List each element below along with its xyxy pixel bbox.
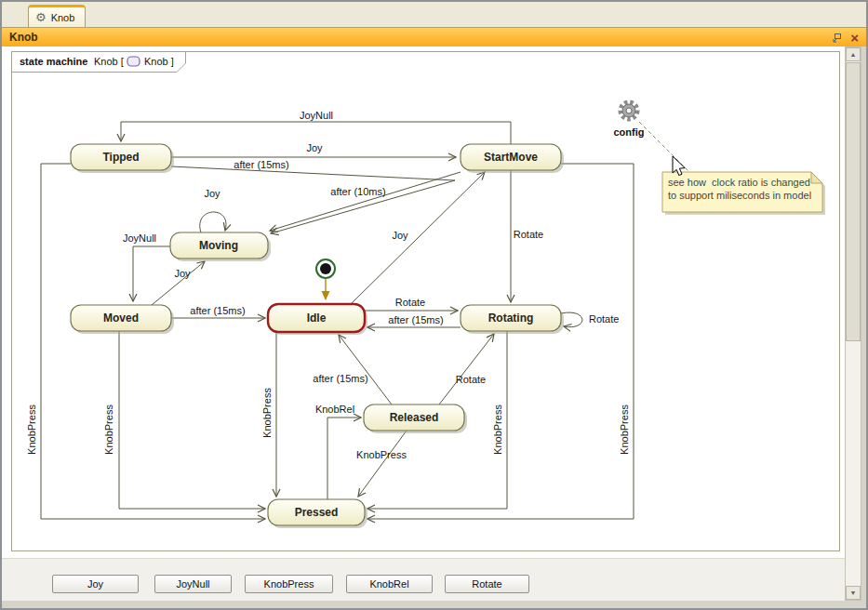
state-rotating[interactable]: Rotating bbox=[461, 305, 564, 334]
state-released[interactable]: Released bbox=[364, 404, 467, 433]
transition-startmove-pressed-knobpress[interactable]: KnobPress bbox=[367, 164, 634, 519]
float-window-icon[interactable] bbox=[832, 33, 842, 43]
transition-label: KnobPress bbox=[26, 404, 37, 455]
transition-label: Joy bbox=[174, 268, 191, 279]
transition-moved-moving-joy[interactable]: Joy bbox=[152, 261, 205, 305]
transition-label: after (10ms) bbox=[330, 186, 385, 197]
state-machine-diagram: state machine Knob [ Knob ] JoyNull Joy … bbox=[2, 46, 845, 558]
transition-startmove-moving-after10[interactable]: after (10ms) bbox=[270, 172, 461, 231]
scrollbar-thumb[interactable] bbox=[846, 62, 861, 341]
diagram-canvas[interactable]: state machine Knob [ Knob ] JoyNull Joy … bbox=[2, 46, 845, 558]
transition-label: KnobRel bbox=[315, 404, 354, 415]
state-label: Pressed bbox=[295, 506, 339, 519]
transition-label: Rotate bbox=[395, 297, 425, 308]
frame-kind-label: state machine bbox=[20, 56, 87, 67]
diagram-title: Knob bbox=[9, 31, 832, 44]
note-line2: to support miliseconds in model bbox=[668, 190, 811, 201]
transition-idle-pressed-knobpress[interactable]: KnobPress bbox=[261, 332, 276, 497]
state-startmove[interactable]: StartMove bbox=[461, 144, 564, 173]
transition-label: Joy bbox=[204, 188, 220, 199]
state-moved[interactable]: Moved bbox=[71, 305, 174, 334]
transition-released-idle-after15[interactable]: after (15ms) bbox=[313, 335, 392, 404]
state-machine-icon bbox=[127, 57, 140, 66]
transition-rotating-idle-after15[interactable]: after (15ms) bbox=[367, 314, 461, 327]
gear-icon: ⚙ bbox=[35, 11, 47, 23]
tab-knob[interactable]: ⚙ Knob bbox=[28, 5, 86, 27]
state-label: Moved bbox=[103, 312, 139, 325]
transition-label: KnobPress bbox=[356, 449, 407, 460]
diagram-frame: state machine Knob [ Knob ] bbox=[12, 52, 840, 551]
transition-startmove-tipped-joynull[interactable]: JoyNull bbox=[121, 110, 511, 144]
state-tipped[interactable]: Tipped bbox=[71, 144, 174, 173]
transition-label: after (15ms) bbox=[190, 305, 245, 316]
transition-tipped-pressed-knobpress[interactable]: KnobPress bbox=[26, 164, 265, 519]
transition-moved-idle-after15[interactable]: after (15ms) bbox=[171, 305, 265, 318]
transition-label: Rotate bbox=[456, 374, 486, 385]
transition-moving-moved-joynull[interactable]: JoyNull bbox=[123, 232, 170, 301]
scroll-up-icon[interactable]: ▲ bbox=[846, 47, 861, 61]
transition-label: KnobPress bbox=[261, 388, 273, 438]
config-label: config bbox=[614, 126, 645, 138]
sim-button-knobpress[interactable]: KnobPress bbox=[245, 575, 333, 593]
state-pressed[interactable]: Pressed bbox=[268, 499, 367, 528]
frame-name-open: Knob [ bbox=[94, 56, 124, 67]
transition-label: Rotate bbox=[589, 313, 619, 325]
tab-label: Knob bbox=[51, 12, 75, 23]
initial-state[interactable] bbox=[316, 259, 335, 278]
transition-label: KnobPress bbox=[492, 404, 503, 455]
note-line1: see how clock ratio is changed bbox=[668, 177, 810, 188]
transition-tipped-startmove-joy[interactable]: Joy bbox=[171, 142, 456, 157]
transition-label: Rotate bbox=[514, 229, 543, 240]
app-window: ⚙ Knob Knob × bbox=[0, 0, 868, 610]
scroll-down-icon[interactable]: ▼ bbox=[846, 586, 861, 600]
transition-idle-rotating-rotate[interactable]: Rotate bbox=[365, 297, 458, 311]
vertical-scrollbar[interactable]: ▲ ▼ bbox=[845, 46, 861, 601]
config-gear-icon[interactable]: config bbox=[614, 102, 645, 138]
transition-label: Joy bbox=[306, 142, 323, 153]
sim-button-joynull[interactable]: JoyNull bbox=[154, 575, 232, 593]
transition-label: KnobPress bbox=[619, 404, 630, 455]
simulation-panel: Joy JoyNull KnobPress KnobRel Rotate bbox=[2, 558, 845, 601]
transition-released-pressed-knobpress[interactable]: KnobPress bbox=[356, 431, 407, 497]
state-label: Rotating bbox=[488, 312, 534, 325]
transition-rotating-self-rotate[interactable]: Rotate bbox=[561, 312, 619, 327]
state-label: Moving bbox=[199, 239, 238, 252]
transition-label: after (15ms) bbox=[234, 159, 288, 170]
tab-bar: ⚙ Knob bbox=[2, 2, 866, 27]
state-idle-active[interactable]: Idle bbox=[268, 304, 367, 335]
transition-startmove-rotating-rotate[interactable]: Rotate bbox=[511, 170, 543, 302]
transition-label: JoyNull bbox=[123, 232, 156, 244]
sim-button-rotate[interactable]: Rotate bbox=[445, 575, 529, 593]
state-label: Released bbox=[390, 411, 439, 424]
comment-note[interactable]: see how clock ratio is changed to suppor… bbox=[662, 172, 825, 215]
diagram-titlebar: Knob × bbox=[2, 27, 866, 46]
state-moving[interactable]: Moving bbox=[170, 232, 271, 261]
transition-label: after (15ms) bbox=[313, 373, 367, 384]
sim-button-joy[interactable]: Joy bbox=[52, 575, 139, 593]
transition-moving-self-joy[interactable]: Joy bbox=[200, 188, 226, 232]
close-icon[interactable]: × bbox=[850, 31, 859, 45]
state-label: Idle bbox=[307, 312, 327, 325]
state-label: StartMove bbox=[484, 151, 538, 164]
transition-label: Joy bbox=[392, 230, 408, 241]
frame-name-close: Knob ] bbox=[144, 56, 174, 67]
state-label: Tipped bbox=[102, 151, 139, 164]
transition-label: JoyNull bbox=[300, 110, 333, 121]
transition-label: after (15ms) bbox=[388, 314, 443, 325]
sim-button-knobrel[interactable]: KnobRel bbox=[346, 575, 433, 593]
transition-moved-pressed-knobpress[interactable]: KnobPress bbox=[103, 331, 265, 509]
transition-released-rotating-rotate[interactable]: Rotate bbox=[439, 334, 494, 404]
transition-pressed-released-knobrel[interactable]: KnobRel bbox=[315, 404, 361, 499]
transition-label: KnobPress bbox=[103, 404, 114, 455]
